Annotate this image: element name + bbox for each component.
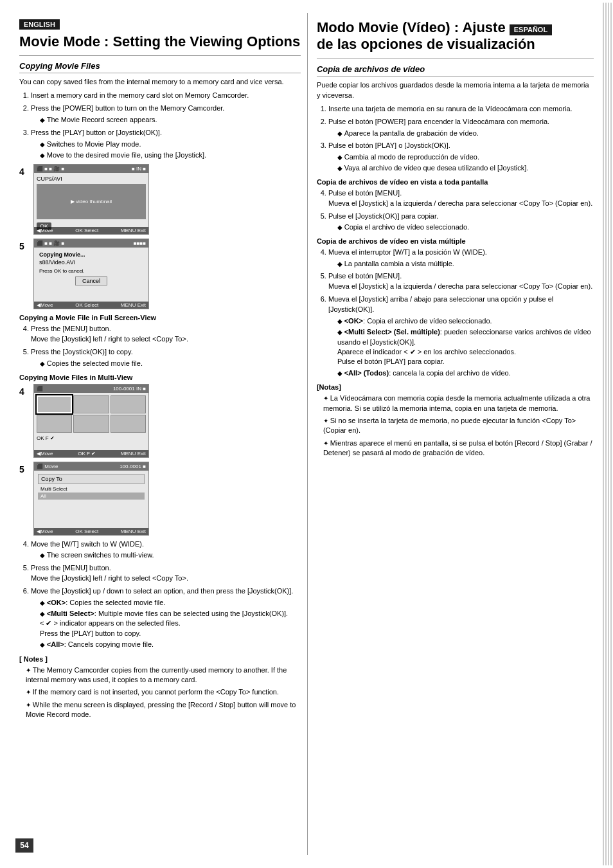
- copy-filename: s88/Video.AVI: [39, 259, 143, 266]
- right-notes-box: [Notas] La Vídeocámara con memoria copia…: [317, 383, 594, 458]
- list-item: The screen switches to multi-view.: [40, 550, 301, 560]
- english-header: ENGLISH: [19, 19, 301, 30]
- step-number-5b: 5: [19, 464, 30, 475]
- subheading-copying-multiview: Copying Movie Files in Multi-View: [19, 374, 301, 381]
- list-item: Press the [Joystick(OK)] to copy. Copies…: [31, 347, 301, 368]
- multi-ok-label: OK F ✔: [34, 435, 148, 442]
- list-item: Cambia al modo de reproducción de vídeo.: [337, 152, 594, 162]
- multi-select-option: Multi Select: [38, 485, 145, 493]
- screen-bottom-bar-4a: ◀Move OK Select MENU Exit: [34, 227, 148, 234]
- thumb-2: [73, 395, 109, 413]
- screen-group-5a: 5 ⬛ ■ ■ 🎥 ■ ■■■■ Copying Movie... s88/Vi…: [19, 239, 301, 309]
- step-number-4a: 4: [19, 167, 30, 177]
- right-subheading-fullscreen: Copia de archivos de vídeo en vista a to…: [317, 178, 594, 186]
- list-item: <All>: Cancels copying movie file.: [40, 640, 301, 649]
- list-item: Pulse el botón [POWER] para encender la …: [328, 117, 594, 138]
- sub-list: The Movie Record screen appears.: [31, 115, 301, 125]
- list-item: Aparece la pantalla de grabación de víde…: [337, 129, 594, 138]
- left-subsection-title: Copying Movie Files: [19, 61, 301, 73]
- list-item: <All> (Todos): cancela la copia del arch…: [337, 368, 594, 378]
- thumb-3: [111, 395, 146, 413]
- notes-list: The Memory Camcorder copies from the cur…: [19, 665, 301, 720]
- screen-group-4a: 4 ⬛ ■ ■ 🎥 ■ ■ IN ■ CUPs/AVI ▶ video thum…: [19, 164, 301, 235]
- right-notes-title: [Notas]: [317, 383, 594, 391]
- full-screen-steps: Press the [MENU] button.Move the [Joysti…: [19, 324, 301, 368]
- list-item: Insert a memory card in the memory card …: [31, 91, 301, 101]
- left-title: Movie Mode : Setting the Viewing Options: [19, 33, 301, 50]
- subheading-copying-fullscreen: Copying a Movie File in Full Screen-View: [19, 314, 301, 321]
- list-item: Press the [MENU] button.Move the [Joysti…: [31, 563, 301, 584]
- screen-group-5b: 5 ⬛ Movie 100-0001 ■ Copy To Multi Selec…: [19, 462, 301, 536]
- right-intro: Puede copiar los archivos guardados desd…: [317, 80, 594, 101]
- camera-screen-5b: ⬛ Movie 100-0001 ■ Copy To Multi Select …: [33, 462, 149, 536]
- spanish-header: Modo Movie (Vídeo) : Ajuste ESPAÑOLde la…: [317, 19, 594, 53]
- title-divider: [19, 55, 301, 56]
- notes-title: [ Notes ]: [19, 655, 301, 663]
- list-item: Inserte una tarjeta de memoria en su ran…: [328, 104, 594, 114]
- copy-to-option: Copy To: [38, 474, 145, 484]
- right-title-divider: [317, 59, 594, 59]
- all-option: All: [38, 493, 145, 500]
- camera-screen-4b: ⬛ 100-0001 IN ■ OK F ✔ ◀Move OK: [33, 384, 149, 458]
- note-item: Si no se inserta la tarjeta de memoria, …: [323, 416, 594, 436]
- screen-group-4b: 4 ⬛ 100-0001 IN ■ OK F ✔: [19, 384, 301, 458]
- step-number-5a: 5: [19, 241, 30, 251]
- english-badge: ENGLISH: [19, 19, 60, 30]
- list-item: Mueva el interruptor [W/T] a la posición…: [328, 248, 594, 269]
- note-item: The Memory Camcorder copies from the cur…: [26, 665, 301, 685]
- cancel-button: Cancel: [75, 276, 107, 285]
- notes-box: [ Notes ] The Memory Camcorder copies fr…: [19, 655, 301, 720]
- list-item: <Multi Select> (Sel. múltiple): pueden s…: [337, 327, 594, 367]
- list-item: La pantalla cambia a vista múltiple.: [337, 259, 594, 269]
- screen-bottom-bar-5b: ◀Move OK Select MENU Exit: [34, 528, 148, 535]
- list-item: Move the [Joystick] up / down to select …: [31, 586, 301, 650]
- camera-screen-4a: ⬛ ■ ■ 🎥 ■ ■ IN ■ CUPs/AVI ▶ video thumbn…: [33, 164, 149, 235]
- right-fullscreen-steps: Pulse el botón [MENU].Mueva el [Joystick…: [317, 188, 594, 233]
- list-item: Switches to Movie Play mode.: [40, 140, 301, 149]
- list-item: Vaya al archivo de vídeo que desea utili…: [337, 163, 594, 173]
- main-content: ENGLISH Movie Mode : Setting the Viewing…: [13, 13, 600, 855]
- list-item: Copia el archivo de vídeo seleccionado.: [337, 222, 594, 232]
- list-item: Mueva el [Joystick] arriba / abajo para …: [328, 294, 594, 378]
- right-column: Modo Movie (Vídeo) : Ajuste ESPAÑOLde la…: [308, 13, 600, 855]
- list-item: Pulse el botón [MENU].Mueva el [Joystick…: [328, 188, 594, 209]
- multiview-steps: Move the [W/T] switch to W (WIDE). The s…: [19, 539, 301, 650]
- right-subheading-multiview: Copia de archivos de vídeo en vista múlt…: [317, 237, 594, 245]
- right-notes-list: La Vídeocámara con memoria copia desde l…: [317, 393, 594, 458]
- list-item: <Multi Select>: Multiple movie files can…: [40, 609, 301, 638]
- page: ENGLISH Movie Mode : Setting the Viewing…: [0, 0, 613, 868]
- thumb-1: [37, 395, 72, 413]
- copying-label: Copying Movie...: [39, 251, 143, 258]
- list-item: Copies the selected movie file.: [40, 359, 301, 368]
- right-subsection-title: Copia de archivos de vídeo: [317, 64, 594, 77]
- sub-list: Switches to Movie Play mode. Move to the…: [31, 140, 301, 161]
- note-item: If the memory card is not inserted, you …: [26, 687, 301, 697]
- note-item: La Vídeocámara con memoria copia desde l…: [323, 393, 594, 413]
- screen-bottom-bar-4b: ◀Move OK F ✔ MENU Exit: [34, 450, 148, 457]
- thumb-6: [111, 415, 146, 433]
- list-item: Pulse el botón [MENU].Mueva el [Joystick…: [328, 271, 594, 292]
- page-number: 54: [15, 838, 33, 853]
- spanish-badge: ESPAÑOL: [510, 24, 552, 35]
- right-multiview-steps: Mueva el interruptor [W/T] a la posición…: [317, 248, 594, 378]
- left-column: ENGLISH Movie Mode : Setting the Viewing…: [13, 13, 308, 855]
- list-item: Pulse el [Joystick(OK)] para copiar. Cop…: [328, 212, 594, 233]
- list-item: Pulse el botón [PLAY] o [Joystick(OK)]. …: [328, 141, 594, 174]
- right-border-decoration: [601, 0, 613, 868]
- screen-bottom-bar-5a: ◀Move OK Select MENU Exit: [34, 302, 148, 309]
- list-item: Press the [POWER] button to turn on the …: [31, 104, 301, 125]
- right-steps-list: Inserte una tarjeta de memoria en su ran…: [317, 104, 594, 174]
- left-intro: You can copy saved files from the intern…: [19, 77, 301, 87]
- thumb-4: [37, 415, 72, 433]
- step-number-4b: 4: [19, 386, 30, 397]
- list-item: Press the [PLAY] button or [Joystick(OK)…: [31, 128, 301, 161]
- note-item: Mientras aparece el menú en pantalla, si…: [323, 439, 594, 458]
- thumb-5: [73, 415, 109, 433]
- list-item: Move the [W/T] switch to W (WIDE). The s…: [31, 539, 301, 561]
- note-item: While the menu screen is displayed, pres…: [26, 700, 301, 720]
- left-steps-list: Insert a memory card in the memory card …: [19, 91, 301, 160]
- press-ok-cancel: Press OK to cancel.: [39, 268, 143, 274]
- thumbnail-grid: [34, 393, 148, 435]
- list-item: <OK>: Copies the selected movie file.: [40, 598, 301, 608]
- right-title: Modo Movie (Vídeo) : Ajuste ESPAÑOLde la…: [317, 19, 552, 53]
